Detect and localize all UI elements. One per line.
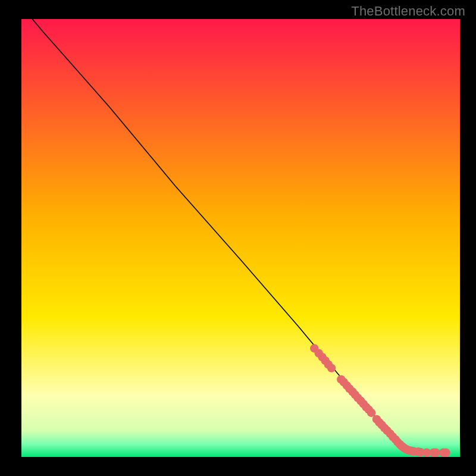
- chart-frame: TheBottleneck.com: [0, 0, 476, 476]
- data-dot: [327, 364, 336, 372]
- data-dot: [431, 448, 440, 456]
- plot-svg: [0, 0, 476, 476]
- watermark-text: TheBottleneck.com: [351, 4, 465, 19]
- data-dot: [441, 448, 450, 456]
- plot-background: [21, 19, 460, 457]
